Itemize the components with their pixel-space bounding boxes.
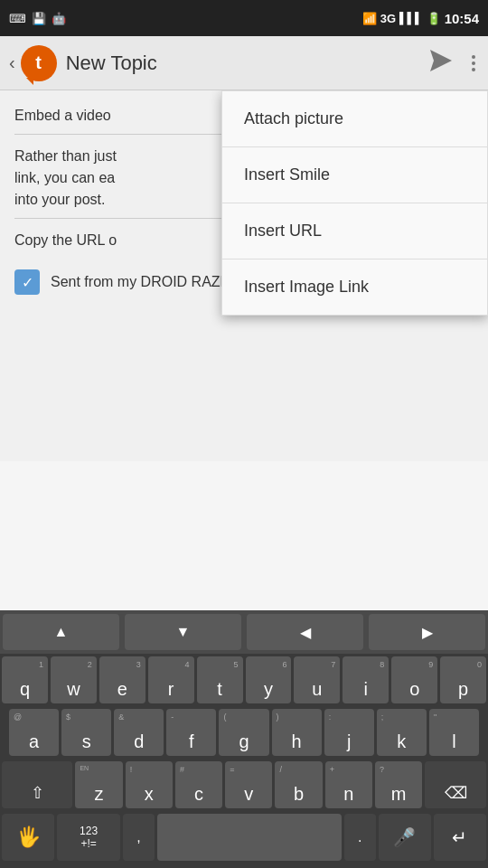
- key-u[interactable]: 7u: [294, 656, 340, 703]
- key-y[interactable]: 6y: [246, 656, 292, 703]
- key-g[interactable]: (g: [219, 709, 268, 756]
- key-n[interactable]: +n: [325, 761, 372, 808]
- signature-checkbox[interactable]: ✓: [14, 269, 40, 295]
- dot2: [472, 61, 475, 65]
- dropdown-item-image-link[interactable]: Insert Image Link: [222, 259, 487, 315]
- key-f[interactable]: -f: [166, 709, 216, 756]
- key-o[interactable]: 9o: [391, 656, 437, 703]
- key-v[interactable]: =v: [225, 761, 272, 808]
- key-j[interactable]: :j: [324, 709, 374, 756]
- bottom-row: 🖐 123+!= , . 🎤 ↵: [0, 811, 488, 868]
- key-x[interactable]: !x: [126, 761, 173, 808]
- key-w[interactable]: 2w: [51, 656, 97, 703]
- numbers-key[interactable]: 123+!=: [57, 814, 120, 861]
- key-k[interactable]: ;k: [377, 709, 427, 756]
- key-d[interactable]: &d: [114, 709, 164, 756]
- mic-key[interactable]: 🎤: [379, 814, 431, 861]
- send-button[interactable]: [428, 48, 454, 79]
- status-right-icons: 📶 3G ▌▌▌ 🔋 10:54: [362, 11, 479, 26]
- shift-key[interactable]: ⇧: [2, 761, 72, 808]
- app-logo: t: [21, 45, 57, 81]
- dropdown-item-url[interactable]: Insert URL: [222, 203, 487, 259]
- arrow-right[interactable]: ▶: [369, 614, 485, 650]
- dropdown-item-smile[interactable]: Insert Smile: [222, 147, 487, 203]
- action-bar: ‹ t New Topic: [0, 36, 488, 90]
- dropdown-menu: Attach picture Insert Smile Insert URL I…: [221, 90, 488, 316]
- more-button[interactable]: [468, 52, 479, 75]
- back-button[interactable]: ‹: [9, 52, 15, 73]
- key-b[interactable]: /b: [275, 761, 322, 808]
- battery-icon: 🔋: [427, 12, 441, 25]
- keyboard-icon: ⌨: [9, 12, 26, 25]
- key-q[interactable]: 1q: [2, 656, 48, 703]
- svg-marker-0: [430, 50, 452, 71]
- key-row-1: 1q 2w 3e 4r 5t 6y 7u 8i 9o 0p: [0, 654, 488, 706]
- period-key[interactable]: .: [344, 814, 376, 861]
- key-row-3: ⇧ ENz !x #c =v /b +n ?m ⌫: [0, 759, 488, 811]
- status-bar: ⌨ 💾 🤖 📶 3G ▌▌▌ 🔋 10:54: [0, 0, 488, 36]
- arrow-row: ▲ ▼ ◀ ▶: [0, 610, 488, 654]
- arrow-down[interactable]: ▼: [125, 614, 241, 650]
- logo-letter: t: [35, 52, 42, 73]
- content-area: Embed a video Rather than just link, you…: [0, 90, 488, 461]
- key-e[interactable]: 3e: [99, 656, 145, 703]
- sd-icon: 💾: [32, 12, 46, 25]
- key-a[interactable]: @a: [9, 709, 59, 756]
- backspace-key[interactable]: ⌫: [425, 761, 486, 808]
- key-row-2: @a $s &d -f (g )h :j ;k "l: [0, 706, 488, 759]
- arrow-up[interactable]: ▲: [3, 614, 119, 650]
- key-c[interactable]: #c: [175, 761, 222, 808]
- key-s[interactable]: $s: [61, 709, 111, 756]
- android-icon: 🤖: [52, 12, 66, 25]
- clock: 10:54: [445, 11, 479, 26]
- signal-icon: ▌▌▌: [399, 12, 423, 24]
- key-z[interactable]: ENz: [75, 761, 122, 808]
- dot3: [472, 68, 475, 71]
- dot1: [472, 55, 475, 59]
- key-p[interactable]: 0p: [440, 656, 486, 703]
- wifi-icon: 📶: [362, 12, 377, 25]
- key-r[interactable]: 4r: [148, 656, 194, 703]
- page-title: New Topic: [66, 52, 428, 75]
- dropdown-item-attach[interactable]: Attach picture: [222, 91, 487, 147]
- key-h[interactable]: )h: [272, 709, 322, 756]
- key-m[interactable]: ?m: [375, 761, 422, 808]
- key-l[interactable]: "l: [429, 709, 479, 756]
- status-left-icons: ⌨ 💾 🤖: [9, 12, 66, 25]
- enter-key[interactable]: ↵: [434, 814, 486, 861]
- key-t[interactable]: 5t: [197, 656, 243, 703]
- keyboard: ▲ ▼ ◀ ▶ 1q 2w 3e 4r 5t 6y 7u 8i 9o 0p @a…: [0, 610, 488, 868]
- network-label: 3G: [380, 12, 396, 25]
- emoji-key[interactable]: 🖐: [2, 814, 54, 861]
- arrow-left[interactable]: ◀: [247, 614, 363, 650]
- comma-key[interactable]: ,: [123, 814, 155, 861]
- space-key[interactable]: [157, 814, 342, 861]
- key-i[interactable]: 8i: [343, 656, 389, 703]
